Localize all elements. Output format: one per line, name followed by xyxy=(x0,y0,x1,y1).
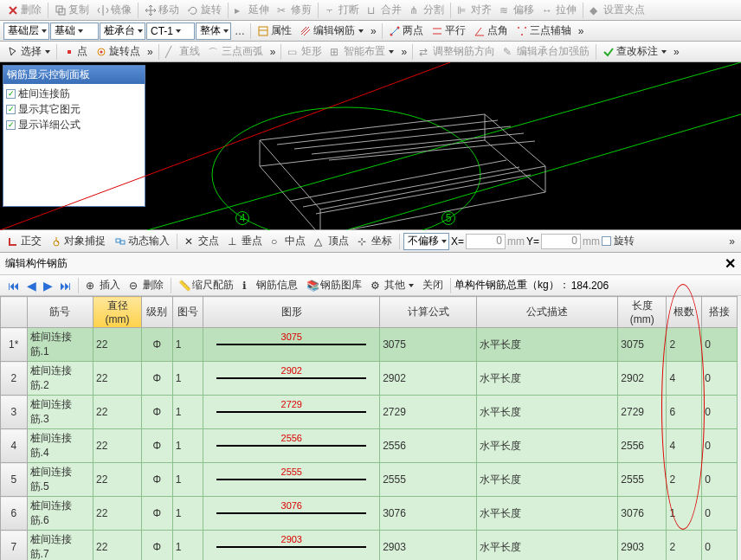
rotate-btn[interactable]: 旋转 xyxy=(184,2,225,18)
copy-btn[interactable]: 复制 xyxy=(51,2,93,18)
cell-calc[interactable]: 3076 xyxy=(380,497,477,531)
mode-select[interactable]: 整体 xyxy=(196,23,231,40)
cell-desc[interactable]: 水平长度 xyxy=(477,362,618,396)
cell-dia[interactable]: 22 xyxy=(93,362,141,396)
table-row[interactable]: 7桩间连接筋.722Φ129032903水平长度290320 xyxy=(1,531,738,561)
table-row[interactable]: 4桩间连接筋.422Φ125562556水平长度255640 xyxy=(1,429,738,463)
cell-lap[interactable]: 0 xyxy=(702,463,738,497)
cell-shape[interactable]: 2903 xyxy=(203,531,380,561)
cell-grade[interactable]: Φ xyxy=(142,328,173,362)
col-desc[interactable]: 公式描述 xyxy=(477,297,618,328)
table-row[interactable]: 5桩间连接筋.522Φ125552555水平长度255520 xyxy=(1,463,738,497)
cell-name[interactable]: 桩间连接筋.6 xyxy=(27,497,93,531)
col-dia[interactable]: 直径(mm) xyxy=(93,297,141,328)
cell-name[interactable]: 桩间连接筋.2 xyxy=(27,362,93,396)
layer-select[interactable]: 基础层 xyxy=(3,23,49,40)
next-btn[interactable]: ▶ xyxy=(41,279,55,293)
cell-shape[interactable]: 3075 xyxy=(203,328,380,362)
cell-dia[interactable]: 22 xyxy=(93,531,141,561)
cell-lap[interactable]: 0 xyxy=(702,328,738,362)
more-2[interactable]: » xyxy=(368,25,379,37)
cell-shape[interactable]: 2555 xyxy=(203,463,380,497)
props-btn[interactable]: 属性 xyxy=(254,23,295,39)
close-btn[interactable]: ✕ xyxy=(725,255,736,272)
perp-btn[interactable]: ⊥垂点 xyxy=(224,233,266,249)
more-5[interactable]: » xyxy=(267,46,279,58)
cell-shape[interactable]: 2902 xyxy=(203,362,380,396)
dyninput-btn[interactable]: 动态输入 xyxy=(111,233,173,249)
table-row[interactable]: 3桩间连接筋.322Φ127292729水平长度272960 xyxy=(1,396,738,429)
cell-code[interactable]: 1 xyxy=(172,497,203,531)
more-3[interactable]: » xyxy=(576,25,587,37)
cell-lap[interactable]: 0 xyxy=(702,429,738,463)
cell-code[interactable]: 1 xyxy=(172,531,203,561)
two-pt-btn[interactable]: 两点 xyxy=(385,23,427,39)
cell-calc[interactable]: 2555 xyxy=(380,463,477,497)
cell-desc[interactable]: 水平长度 xyxy=(477,396,618,429)
cell-desc[interactable]: 水平长度 xyxy=(477,531,618,561)
rect-btn[interactable]: ▭矩形 xyxy=(284,43,325,60)
cell-grade[interactable]: Φ xyxy=(142,362,173,396)
adjrebar-btn[interactable]: ⇄调整钢筋方向 xyxy=(416,43,499,60)
row-num[interactable]: 2 xyxy=(1,362,28,396)
cell-code[interactable]: 1 xyxy=(172,328,203,362)
cell-dia[interactable]: 22 xyxy=(93,396,141,429)
cell-grade[interactable]: Φ xyxy=(142,463,173,497)
element-select[interactable]: 桩承台 xyxy=(100,23,145,40)
trim-btn[interactable]: ✂修剪 xyxy=(274,2,315,18)
cell-name[interactable]: 桩间连接筋.7 xyxy=(27,531,93,561)
col-lap[interactable]: 搭接 xyxy=(702,297,738,328)
pt-angle-btn[interactable]: 点角 xyxy=(470,23,512,39)
ortho-btn[interactable]: 正交 xyxy=(3,233,45,249)
cell-name[interactable]: 桩间连接筋.3 xyxy=(27,396,93,429)
mirror-btn[interactable]: 镜像 xyxy=(93,2,135,18)
extend-btn[interactable]: ▸延伸 xyxy=(231,2,273,18)
category-select[interactable]: 基础 xyxy=(50,23,99,40)
cell-code[interactable]: 1 xyxy=(172,463,203,497)
split-btn[interactable]: ⋔分割 xyxy=(406,2,448,18)
col-code[interactable]: 图号 xyxy=(172,297,203,328)
cell-cnt[interactable]: 2 xyxy=(667,463,702,497)
cell-calc[interactable]: 2729 xyxy=(380,396,477,429)
cell-calc[interactable]: 2556 xyxy=(380,429,477,463)
offset-select[interactable]: 不偏移 xyxy=(403,233,449,250)
cell-dia[interactable]: 22 xyxy=(93,463,141,497)
row-num[interactable]: 7 xyxy=(1,531,28,561)
cell-code[interactable]: 1 xyxy=(172,429,203,463)
cell-lap[interactable]: 0 xyxy=(702,497,738,531)
table-row[interactable]: 6桩间连接筋.622Φ130763076水平长度307610 xyxy=(1,497,738,531)
coord-btn[interactable]: ⊹坐标 xyxy=(354,233,396,249)
cell-shape[interactable]: 2556 xyxy=(203,429,380,463)
arc3-btn[interactable]: ⌒三点画弧 xyxy=(204,43,267,60)
cell-lap[interactable]: 0 xyxy=(702,531,738,561)
cell-len[interactable]: 2555 xyxy=(618,463,667,497)
smart-btn[interactable]: ⊞智能布置 xyxy=(326,43,397,60)
viewport-3d[interactable]: 钢筋显示控制面板 ✓桩间连接筋 ✓显示其它图元 ✓显示详细公式 4 5 xyxy=(0,62,741,230)
table-row[interactable]: 1*桩间连接筋.122Φ130753075水平长度307520 xyxy=(1,328,738,362)
cell-desc[interactable]: 水平长度 xyxy=(477,429,618,463)
rot-chk[interactable]: ✓旋转 xyxy=(602,234,635,248)
cell-shape[interactable]: 3076 xyxy=(203,497,380,531)
more-7[interactable]: » xyxy=(671,46,682,58)
y-input[interactable]: 0 xyxy=(541,234,581,249)
delete-btn[interactable]: 删除 xyxy=(3,2,45,18)
cell-grade[interactable]: Φ xyxy=(142,531,173,561)
cell-desc[interactable]: 水平长度 xyxy=(477,463,618,497)
cell-calc[interactable]: 3075 xyxy=(380,328,477,362)
row-num[interactable]: 1* xyxy=(1,328,28,362)
cell-len[interactable]: 3075 xyxy=(618,328,667,362)
osnap-btn[interactable]: 对象捕捉 xyxy=(47,233,109,249)
apex-btn[interactable]: △顶点 xyxy=(311,233,352,249)
cell-desc[interactable]: 水平长度 xyxy=(477,497,618,531)
prev-btn[interactable]: ◀ xyxy=(24,279,39,293)
mid-btn[interactable]: ○中点 xyxy=(267,233,309,249)
cell-cnt[interactable]: 6 xyxy=(667,396,702,429)
row-num[interactable]: 3 xyxy=(1,396,28,429)
cell-dia[interactable]: 22 xyxy=(93,429,141,463)
table-row[interactable]: 2桩间连接筋.222Φ129022902水平长度290240 xyxy=(1,362,738,396)
inters-btn[interactable]: ✕交点 xyxy=(181,233,222,249)
break-btn[interactable]: ⫟打断 xyxy=(321,2,363,18)
offset-btn[interactable]: ≋偏移 xyxy=(496,2,538,18)
more-snap[interactable]: » xyxy=(726,235,738,248)
x-input[interactable]: 0 xyxy=(466,234,506,249)
